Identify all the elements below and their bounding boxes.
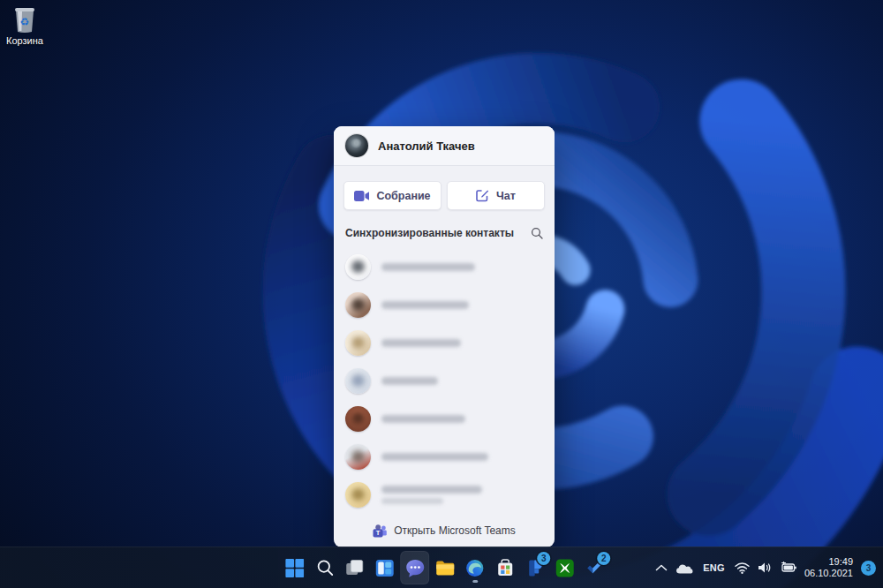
search-button[interactable] — [310, 551, 339, 584]
compose-icon — [476, 189, 489, 202]
contact-avatar — [345, 254, 371, 280]
contact-avatar — [345, 292, 371, 318]
contact-row[interactable] — [345, 324, 543, 362]
contact-avatar — [345, 444, 371, 470]
teams-chat-button[interactable] — [400, 551, 429, 584]
recycle-bin-label: Корзина — [6, 35, 43, 46]
meeting-button-label: Собрание — [376, 190, 430, 202]
start-button[interactable] — [280, 551, 309, 584]
contact-name-redacted — [381, 486, 482, 504]
contact-name-redacted — [381, 453, 488, 461]
microsoft-store-button[interactable] — [490, 551, 519, 584]
contact-name-redacted — [381, 377, 438, 385]
video-camera-icon — [354, 191, 369, 201]
xbox-button[interactable] — [550, 551, 579, 584]
chat-button[interactable]: Чат — [447, 181, 545, 210]
widgets-icon — [375, 559, 394, 577]
widgets-button[interactable] — [370, 551, 399, 584]
recycle-bin-shortcut[interactable]: ♻ Корзина — [4, 5, 46, 46]
task-view-button[interactable] — [340, 551, 369, 584]
contacts-section-title: Синхронизированные контакты — [345, 227, 514, 239]
todo-check-app-button[interactable]: 2 — [580, 551, 609, 584]
onedrive-cloud-icon[interactable] — [675, 562, 693, 574]
flyout-user-header[interactable]: Анатолий Ткачев — [334, 126, 555, 166]
contact-row[interactable] — [345, 476, 543, 514]
contact-row[interactable] — [345, 286, 543, 324]
contact-name-redacted — [381, 263, 475, 271]
microsoft-teams-icon: T — [373, 524, 387, 538]
battery-charging-icon[interactable] — [780, 562, 796, 574]
svg-text:T: T — [376, 529, 381, 537]
notification-center-badge[interactable]: 3 — [861, 561, 876, 576]
search-icon — [316, 559, 334, 577]
contact-avatar — [345, 368, 371, 394]
contact-row[interactable] — [345, 400, 543, 438]
edge-running-indicator — [472, 580, 478, 583]
contact-name-redacted — [381, 415, 465, 423]
desktop-background: ♻ Корзина Анатолий Ткачев Собрание — [0, 0, 883, 588]
language-indicator[interactable]: ENG — [701, 562, 727, 573]
open-teams-link[interactable]: T Открыть Microsoft Teams — [334, 514, 555, 547]
svg-text:♻: ♻ — [20, 16, 30, 28]
xbox-icon — [555, 559, 574, 577]
user-name: Анатолий Ткачев — [378, 139, 475, 153]
contact-name-redacted — [381, 301, 469, 309]
tray-chevron-up[interactable] — [655, 564, 668, 571]
blue-p-app-button[interactable]: 3 — [520, 551, 549, 584]
contact-avatar — [345, 330, 371, 356]
contact-row[interactable] — [345, 362, 543, 400]
store-bag-icon — [496, 559, 514, 577]
search-icon[interactable] — [531, 227, 543, 239]
app-notification-badge: 3 — [537, 552, 550, 565]
contact-avatar — [345, 482, 371, 508]
chat-bubble-icon — [405, 559, 425, 577]
edge-button[interactable] — [460, 551, 489, 584]
contact-row[interactable] — [345, 438, 543, 476]
chat-button-label: Чат — [496, 190, 516, 202]
tray-time: 19:49 — [828, 556, 853, 568]
flyout-actions: Собрание Чат — [334, 166, 555, 210]
contact-row[interactable] — [345, 248, 543, 286]
meeting-button[interactable]: Собрание — [343, 181, 442, 210]
contact-avatar — [345, 406, 371, 432]
task-view-icon — [345, 559, 364, 577]
edge-browser-icon — [465, 559, 484, 577]
contacts-section-header: Синхронизированные контакты — [334, 210, 555, 246]
windows-logo-icon — [285, 559, 304, 577]
volume-icon[interactable] — [758, 562, 772, 574]
synced-contact-list — [334, 246, 555, 514]
teams-chat-flyout: Анатолий Ткачев Собрание Чат Синхронизир… — [334, 126, 555, 547]
user-avatar — [345, 134, 368, 157]
tray-date: 06.10.2021 — [804, 568, 853, 579]
folder-icon — [435, 560, 455, 577]
taskbar-center-icons: 3 2 — [280, 547, 609, 588]
app-notification-badge: 2 — [597, 552, 610, 565]
system-tray: ENG — [655, 547, 883, 588]
file-explorer-button[interactable] — [430, 551, 459, 584]
contact-name-redacted — [381, 339, 461, 347]
clock[interactable]: 19:49 06.10.2021 — [804, 556, 853, 579]
taskbar: 3 2 — [0, 547, 883, 588]
wifi-icon[interactable] — [735, 562, 750, 574]
open-teams-label: Открыть Microsoft Teams — [394, 524, 516, 537]
recycle-bin-icon: ♻ — [11, 5, 38, 34]
